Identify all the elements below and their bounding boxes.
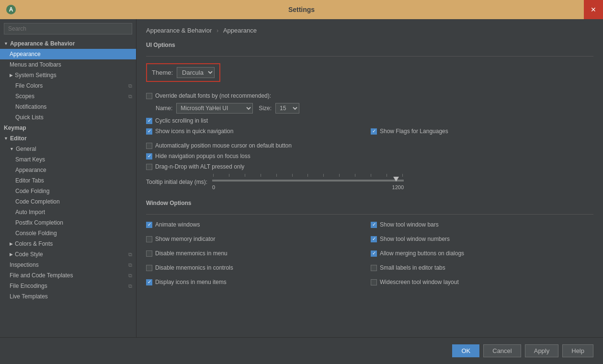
close-button[interactable]: ✕ [584,0,603,19]
small-labels-label[interactable]: Small labels in editor tabs [380,264,445,271]
display-icons-menu-label[interactable]: Display icons in menu items [155,279,227,285]
allow-merging-checkbox[interactable]: ✓ [371,250,377,257]
slider-ticks [212,174,404,177]
mnemonics-merging-row: Disable mnemonics in menu ✓ Allow mergin… [146,250,593,261]
show-memory-checkbox[interactable] [146,236,152,242]
sidebar-item-menus-toolbars[interactable]: Menus and Toolbars [0,59,136,70]
size-label: Size: [259,105,272,112]
display-icons-menu-checkbox[interactable]: ✓ [146,279,152,285]
search-input[interactable] [4,23,132,34]
sidebar-item-console-folding[interactable]: Console Folding [0,228,136,239]
auto-position-label[interactable]: Automatically position mouse cursor on d… [155,142,292,149]
auto-position-checkbox[interactable] [146,143,152,149]
sidebar-item-inspections[interactable]: Inspections ⧉ [0,260,136,270]
override-fonts-label[interactable]: Override default fonts by (not recommend… [155,92,271,99]
allow-merging-label[interactable]: Allow merging buttons on dialogs [380,250,464,257]
copy-icon: ⧉ [128,83,132,89]
hide-popups-row: ✓ Hide navigation popups on focus loss [146,153,593,159]
sidebar-item-quick-lists[interactable]: Quick Lists [0,112,136,123]
animate-windows-label[interactable]: Animate windows [155,221,200,228]
animate-showtool-row: ✓ Animate windows ✓ Show tool window bar… [146,221,593,232]
font-name-select[interactable]: Microsoft YaHei UI [176,103,253,114]
sidebar-item-colors-fonts[interactable]: ▶ Colors & Fonts [0,239,136,249]
theme-label: Theme: [152,69,173,76]
widescreen-row: Widescreen tool window layout [371,279,593,285]
sidebar-item-general[interactable]: ▼ General [0,144,136,154]
disable-mnemonics-controls-label[interactable]: Disable mnemonics in controls [155,264,233,271]
show-flags-checkbox[interactable]: ✓ [371,128,377,135]
copy-icon: ⧉ [128,93,132,100]
sidebar-item-smart-keys[interactable]: Smart Keys [0,154,136,165]
sidebar-item-appearance-behavior[interactable]: ▼ Appearance & Behavior [0,38,136,49]
sidebar-item-auto-import[interactable]: Auto Import [0,207,136,217]
sidebar-item-code-completion[interactable]: Code Completion [0,196,136,207]
disable-mnemonics-menu-label[interactable]: Disable mnemonics in menu [155,250,228,257]
disable-mnemonics-controls-row: Disable mnemonics in controls [146,264,369,271]
sidebar-item-scopes[interactable]: Scopes ⧉ [0,91,136,102]
widescreen-label[interactable]: Widescreen tool window layout [380,279,459,285]
override-fonts-checkbox[interactable] [146,93,152,99]
hide-popups-checkbox[interactable]: ✓ [146,153,152,159]
cyclic-scroll-checkbox[interactable]: ✓ [146,118,152,124]
tooltip-label: Tooltip initial delay (ms): [146,179,207,185]
theme-row-wrapper: Theme: Darcula [146,63,593,87]
sidebar-item-postfix-completion[interactable]: Postfix Completion [0,217,136,228]
sidebar-item-live-templates[interactable]: Live Templates [0,291,136,302]
ok-button[interactable]: OK [452,344,479,357]
sidebar-item-appearance[interactable]: Appearance [0,49,136,59]
disable-mnemonics-controls-checkbox[interactable] [146,265,152,271]
show-tool-bars-checkbox[interactable]: ✓ [371,222,377,228]
expand-icon: ▼ [4,41,8,46]
disable-mnemonics-menu-checkbox[interactable] [146,250,152,257]
sidebar-item-editor-tabs[interactable]: Editor Tabs [0,175,136,186]
sidebar-item-appearance-sub[interactable]: Appearance [0,165,136,175]
cyclic-scroll-label[interactable]: Cyclic scrolling in list [155,117,208,124]
section-divider-2 [146,214,593,215]
help-button[interactable]: Help [562,344,593,357]
tooltip-slider-row: Tooltip initial delay (ms): 0 1200 [146,174,593,190]
sidebar-item-notifications[interactable]: Notifications [0,102,136,112]
expand-icon: ▶ [10,252,13,257]
apply-button[interactable]: Apply [525,344,559,357]
show-icons-nav-label[interactable]: Show icons in quick navigation [155,128,233,135]
show-tool-numbers-label[interactable]: Show tool window numbers [380,236,450,242]
breadcrumb: Appearance & Behavior › Appearance [146,27,593,34]
slider-thumb[interactable] [393,177,399,182]
sidebar-item-editor[interactable]: ▼ Editor [0,133,136,144]
breadcrumb-part1: Appearance & Behavior [146,27,212,34]
animate-windows-checkbox[interactable]: ✓ [146,222,152,228]
show-tool-numbers-checkbox[interactable]: ✓ [371,236,377,242]
svg-text:A: A [9,6,13,13]
slider-labels: 0 1200 [212,184,404,190]
sidebar-item-file-code-templates[interactable]: File and Code Templates ⧉ [0,270,136,281]
show-memory-label[interactable]: Show memory indicator [155,236,215,242]
slider-track[interactable] [212,180,404,182]
expand-icon: ▶ [10,241,13,246]
sidebar-item-file-colors[interactable]: File Colors ⧉ [0,80,136,91]
drag-drop-label[interactable]: Drag-n-Drop with ALT pressed only [155,163,244,170]
font-size-select[interactable]: 15 [275,103,299,114]
sidebar-item-code-folding[interactable]: Code Folding [0,186,136,196]
window-title: Settings [288,6,315,13]
hide-popups-label[interactable]: Hide navigation popups on focus loss [155,153,250,159]
show-icons-nav-checkbox[interactable]: ✓ [146,128,152,135]
sidebar-item-keymap[interactable]: Keymap [0,123,136,133]
theme-select[interactable]: Darcula [177,67,215,78]
tooltip-slider-container: 0 1200 [212,174,404,190]
copy-icon: ⧉ [128,283,132,289]
cancel-button[interactable]: Cancel [483,344,521,357]
sidebar-item-code-style[interactable]: ▶ Code Style ⧉ [0,249,136,260]
name-label: Name: [156,105,172,112]
memory-toolnumbers-row: Show memory indicator ✓ Show tool window… [146,236,593,246]
sidebar-search-container [0,19,136,38]
allow-merging-row: ✓ Allow merging buttons on dialogs [371,250,593,257]
show-tool-bars-label[interactable]: Show tool window bars [380,221,439,228]
sidebar-item-file-encodings[interactable]: File Encodings ⧉ [0,281,136,291]
sidebar-item-system-settings[interactable]: ▶ System Settings [0,70,136,80]
disable-mnemonics-menu-row: Disable mnemonics in menu [146,250,369,257]
show-flags-label[interactable]: Show Flags for Languages [380,128,448,135]
small-labels-checkbox[interactable] [371,265,377,271]
drag-drop-checkbox[interactable] [146,164,152,170]
show-flags-row: ✓ Show Flags for Languages [371,128,593,135]
widescreen-checkbox[interactable] [371,279,377,285]
